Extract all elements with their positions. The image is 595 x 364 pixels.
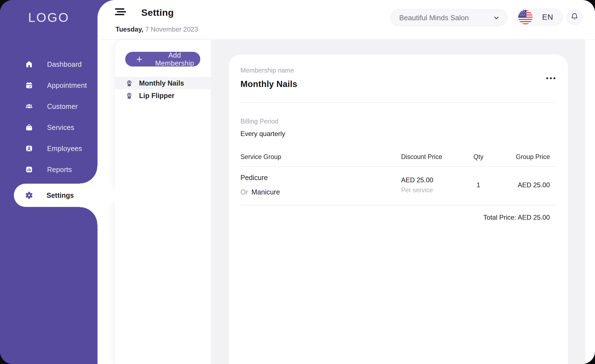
total-price-value: AED 25.00 [518,214,550,221]
current-date: Tuesday, 7 November 2023 [116,25,198,33]
medal-icon [125,79,133,87]
sidebar-item-label: Appointment [47,81,87,89]
or-prefix: Or [240,188,248,196]
service-table-row: Pedicure OrManicure AED 25.00 Per servic… [240,166,555,205]
col-service-group: Service Group [240,153,401,161]
sidebar-notch-curve-top [80,166,98,184]
plus-icon [135,55,143,63]
add-membership-button[interactable]: Add Membership [125,52,200,66]
col-group-price: Group Price [490,153,555,161]
membership-title: Monthly Nails [240,79,555,89]
employee-badge-icon [25,144,33,153]
divider [240,102,555,103]
membership-list-item[interactable]: Lip Flipper [115,89,211,102]
add-membership-label: Add Membership [151,51,199,67]
sidebar-item-dashboard[interactable]: Dashboard [0,54,98,75]
sidebar-item-settings[interactable]: Settings [14,184,116,207]
total-price: Total Price: AED 25.00 [240,214,555,221]
group-price-value: AED 25.00 [490,181,555,189]
billing-period-value: Every quarterly [240,130,555,138]
us-flag-icon [518,10,533,24]
qty-value: 1 [466,181,490,189]
content-area: Setting Tuesday, 7 November 2023 Beautif… [98,0,595,364]
date-rest: 7 November 2023 [145,25,198,33]
service-name: Pedicure [240,174,401,182]
col-discount-price: Discount Price [401,153,466,161]
customers-icon [25,102,33,111]
sidebar-notch-curve-bottom [80,207,98,225]
sidebar-item-label: Services [47,124,74,132]
notifications-button[interactable] [566,9,583,25]
membership-name: Monthly Nails [139,79,184,87]
total-price-label: Total Price: [483,214,516,221]
membership-list-item[interactable]: Monthly Nails [115,77,211,89]
chevron-down-icon [492,14,501,22]
calendar-icon [25,81,33,89]
app-window: LOGO Dashboard Appointment Customer Serv… [0,0,595,364]
sidebar-item-label: Settings [47,191,74,199]
date-weekday: Tuesday, [116,25,143,33]
membership-name-label: Membership name [240,55,555,74]
bar-chart-icon [25,165,33,174]
sidebar-item-services[interactable]: Services [0,117,98,138]
page-title: Setting [141,7,174,18]
discount-price-value: AED 25.00 [401,176,466,184]
home-icon [25,60,33,68]
membership-list-panel: Add Membership Monthly Nails Lip Flipper [115,40,211,364]
membership-detail-card: Membership name Monthly Nails Billing Pe… [229,55,568,364]
sidebar-item-customer[interactable]: Customer [0,96,98,117]
discount-price-note: Per service [401,186,466,194]
col-qty: Qty [466,153,490,161]
sidebar-nav: Dashboard Appointment Customer Services … [0,54,98,180]
sidebar-item-label: Customer [47,102,78,111]
alt-service-name: Manicure [252,188,280,196]
page-header: Setting Tuesday, 7 November 2023 Beautif… [98,0,595,40]
medal-icon [125,92,133,100]
shopping-bag-icon [25,123,33,132]
logo: LOGO [0,10,98,25]
sidebar-item-label: Employees [47,145,82,153]
menu-icon[interactable] [114,7,127,19]
bell-icon [570,12,579,22]
salon-dropdown-value: Beautiful Minds Salon [399,14,492,22]
sidebar-item-label: Reports [47,166,72,174]
sidebar-item-label: Dashboard [47,60,82,68]
sidebar-item-appointment[interactable]: Appointment [0,75,98,96]
language-code: EN [533,13,563,22]
salon-dropdown[interactable]: Beautiful Minds Salon [391,9,507,26]
main-area: Membership name Monthly Nails Billing Pe… [211,40,585,364]
language-selector[interactable]: EN [517,9,563,26]
gear-icon [24,191,34,200]
membership-list: Monthly Nails Lip Flipper [115,77,211,102]
membership-name: Lip Flipper [139,92,175,100]
more-options-icon[interactable] [540,73,555,83]
billing-period-label: Billing Period [240,118,555,125]
service-table-header: Service Group Discount Price Qty Group P… [240,153,555,166]
alt-service-line: OrManicure [240,188,401,196]
sidebar-item-employees[interactable]: Employees [0,138,98,159]
